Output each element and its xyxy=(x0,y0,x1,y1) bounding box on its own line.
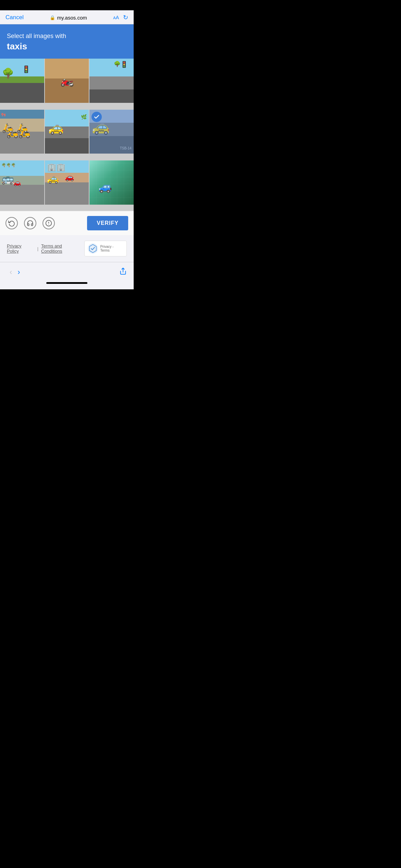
share-button[interactable] xyxy=(119,267,127,277)
captcha-target: taxis xyxy=(7,41,127,52)
lock-icon: 🔒 xyxy=(50,15,55,20)
url-text: my.asos.com xyxy=(57,15,87,21)
selected-checkmark xyxy=(92,112,102,122)
browser-actions: AA ↻ xyxy=(113,14,128,21)
browser-bottom-nav: ‹ › xyxy=(0,262,134,279)
reload-challenge-button[interactable] xyxy=(5,217,18,229)
grid-cell-2[interactable] xyxy=(45,59,89,103)
grid-cell-1[interactable] xyxy=(0,59,44,103)
grid-cell-8[interactable]: 🚕 🚗 🏢🏢 xyxy=(45,160,89,205)
browser-chrome: Cancel 🔒 my.asos.com AA ↻ xyxy=(0,10,134,24)
recaptcha-area: Privacy Policy | Terms and Conditions Pr… xyxy=(0,235,134,262)
grid-cell-5[interactable]: 🚕 🌿 xyxy=(45,110,89,154)
reload-button[interactable]: ↻ xyxy=(123,14,128,21)
privacy-separator: | xyxy=(37,246,38,251)
forward-button[interactable]: › xyxy=(15,266,23,278)
back-button[interactable]: ‹ xyxy=(7,266,15,278)
grid-cell-7[interactable]: 🌴🌴🌴 🚌 🚗 xyxy=(0,160,44,205)
captcha-instruction: Select all images with xyxy=(7,33,127,40)
text-size-button[interactable]: AA xyxy=(113,15,119,20)
captcha-toolbar: VERIFY xyxy=(0,211,134,235)
captcha-image-grid: 🚦 🌳 🛵 🛵 รัช 🚕 🌿 xyxy=(0,59,134,211)
home-indicator xyxy=(0,279,134,289)
info-button[interactable] xyxy=(42,217,55,229)
verify-button[interactable]: VERIFY xyxy=(87,216,128,230)
audio-challenge-button[interactable] xyxy=(24,217,36,229)
url-bar: 🔒 my.asos.com xyxy=(50,15,87,21)
grid-cell-9[interactable]: 🚙 xyxy=(89,160,134,205)
home-bar xyxy=(46,282,87,284)
grid-cell-4[interactable]: 🛵 🛵 รัช xyxy=(0,110,44,154)
grid-cell-6[interactable]: 🚕 TSB-14 xyxy=(89,110,134,154)
privacy-policy-link[interactable]: Privacy Policy xyxy=(7,243,35,254)
content-area: Select all images with taxis 🚦 🌳 xyxy=(0,24,134,235)
browser-cancel-button[interactable]: Cancel xyxy=(5,14,24,21)
grid-cell-3[interactable]: 🚦 🌳 xyxy=(89,59,134,103)
recaptcha-text: Privacy - Terms xyxy=(100,245,124,252)
recaptcha-logo-icon xyxy=(87,243,98,254)
recaptcha-badge: Privacy - Terms xyxy=(84,241,127,256)
status-bar xyxy=(0,0,134,10)
terms-link[interactable]: Terms and Conditions xyxy=(41,243,84,254)
privacy-links: Privacy Policy | Terms and Conditions xyxy=(7,243,84,254)
captcha-header: Select all images with taxis xyxy=(0,24,134,59)
toolbar-icons xyxy=(5,217,55,229)
